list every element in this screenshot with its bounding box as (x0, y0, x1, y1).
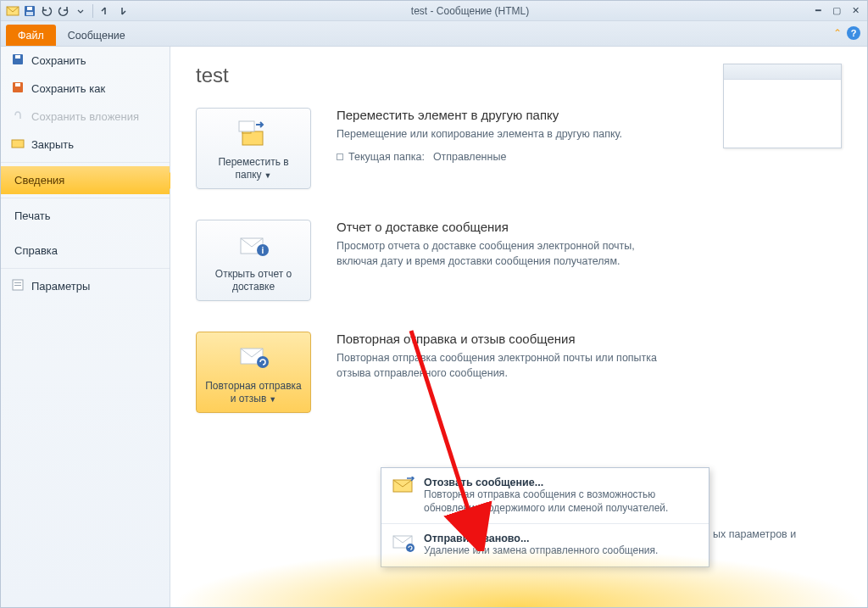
sidebar-help[interactable]: Справка (1, 237, 170, 265)
sidebar-label: Параметры (31, 280, 90, 293)
mail-icon (6, 4, 19, 18)
resend-recall-menu: Отозвать сообщение... Повторная отправка… (381, 467, 709, 567)
sidebar-label: Сведения (14, 174, 64, 187)
resend-recall-icon (202, 341, 305, 375)
resend-recall-button[interactable]: Повторная отправка и отзыв▼ (196, 332, 311, 413)
help-icon[interactable]: ? (847, 26, 860, 40)
open-delivery-report-button[interactable]: i Открыть отчет о доставке (196, 220, 311, 301)
section-desc: Перемещение или копирование элемента в д… (337, 127, 659, 142)
svg-text:i: i (262, 246, 264, 255)
sidebar-label: Сохранить как (31, 82, 105, 95)
button-label: Открыть отчет о доставке (202, 268, 305, 293)
move-folder-icon (202, 117, 305, 151)
svg-rect-14 (239, 121, 254, 131)
move-to-folder-button[interactable]: Переместить в папку▼ (196, 108, 311, 189)
next-icon[interactable] (115, 4, 129, 18)
ribbon-tabs: Файл Сообщение ⌃ ? (1, 21, 867, 47)
thumbnail-header (724, 64, 841, 80)
separator (1, 162, 170, 163)
collapse-ribbon-icon[interactable]: ⌃ (833, 27, 842, 39)
redo-icon[interactable] (57, 4, 70, 18)
attachment-icon (11, 109, 25, 122)
svg-point-19 (257, 356, 269, 368)
dropdown-caret-icon: ▼ (264, 171, 272, 180)
sidebar-label: Сохранить (31, 54, 86, 67)
current-folder-row: Текущая папка: Отправленные (337, 151, 659, 163)
sidebar-save[interactable]: Сохранить (1, 47, 170, 75)
menu-desc: Удаление или замена отправленного сообще… (424, 544, 658, 558)
menu-recall-message[interactable]: Отозвать сообщение... Повторная отправка… (381, 468, 709, 523)
svg-rect-8 (12, 140, 24, 148)
menu-desc: Повторная отправка сообщения с возможнос… (424, 488, 698, 515)
svg-rect-7 (15, 83, 20, 86)
section-desc: Просмотр отчета о доставке сообщения эле… (337, 239, 659, 269)
separator (92, 4, 93, 18)
maximize-button[interactable]: ▢ (830, 5, 843, 17)
sidebar-options[interactable]: Параметры (1, 272, 170, 300)
sidebar-info[interactable]: Сведения (1, 166, 170, 194)
recall-icon (392, 477, 415, 497)
separator (1, 198, 170, 198)
truncated-text: ых параметров и (713, 528, 796, 540)
button-label: Повторная отправка и отзыв (205, 380, 302, 404)
svg-rect-10 (14, 282, 21, 283)
tab-file[interactable]: Файл (6, 25, 56, 46)
menu-title: Отправить заново... (424, 533, 658, 544)
resend-icon (392, 533, 415, 553)
separator (1, 268, 170, 269)
sidebar-save-as[interactable]: Сохранить как (1, 75, 170, 103)
current-folder-label: Текущая папка: (348, 151, 425, 163)
section-title: Отчет о доставке сообщения (337, 220, 659, 234)
menu-resend-message[interactable]: Отправить заново... Удаление или замена … (381, 523, 709, 566)
body: Сохранить Сохранить как Сохранить вложен… (1, 47, 867, 607)
save-as-icon (11, 81, 25, 94)
undo-icon[interactable] (40, 4, 53, 18)
sidebar-save-attachments: Сохранить вложения (1, 103, 170, 131)
section-delivery: i Открыть отчет о доставке Отчет о доста… (196, 220, 842, 301)
message-preview-thumbnail[interactable] (723, 64, 842, 148)
close-button[interactable]: ✕ (849, 5, 862, 17)
qat-dropdown-icon[interactable] (74, 4, 87, 18)
svg-rect-11 (14, 285, 21, 286)
button-label: Переместить в папку (218, 156, 288, 181)
sidebar-label: Сохранить вложения (31, 110, 139, 123)
delivery-report-icon: i (202, 229, 305, 263)
backstage-sidebar: Сохранить Сохранить как Сохранить вложен… (1, 47, 170, 607)
sidebar-label: Печать (14, 209, 51, 222)
current-folder-value: Отправленные (433, 151, 506, 163)
window-title: test - Сообщение (HTML) (129, 5, 811, 17)
app-window: test - Сообщение (HTML) ━ ▢ ✕ Файл Сообщ… (0, 0, 868, 608)
section-title: Повторная отправка и отзыв сообщения (337, 332, 659, 346)
menu-title: Отозвать сообщение... (424, 477, 698, 488)
dropdown-caret-icon: ▼ (269, 395, 276, 404)
save-icon (11, 53, 25, 66)
tab-message[interactable]: Сообщение (56, 25, 137, 46)
sidebar-close[interactable]: Закрыть (1, 131, 170, 159)
titlebar: test - Сообщение (HTML) ━ ▢ ✕ (1, 1, 867, 21)
svg-rect-2 (27, 7, 32, 10)
options-icon (11, 278, 25, 292)
window-controls: ━ ▢ ✕ (811, 5, 862, 17)
backstage-main: test Переместить в папку▼ Переместить эл… (170, 47, 867, 607)
section-title: Переместить элемент в другую папку (337, 108, 659, 122)
save-icon[interactable] (23, 4, 36, 18)
section-resend: Повторная отправка и отзыв▼ Повторная от… (196, 332, 842, 413)
svg-rect-5 (15, 55, 20, 59)
folder-close-icon (11, 137, 25, 150)
svg-point-22 (406, 544, 415, 552)
minimize-button[interactable]: ━ (811, 5, 825, 17)
bullet-icon (337, 153, 343, 160)
sidebar-label: Закрыть (31, 138, 74, 151)
previous-icon[interactable] (98, 4, 112, 18)
quick-access-toolbar (6, 4, 129, 18)
svg-rect-3 (26, 12, 33, 15)
sidebar-label: Справка (14, 244, 58, 257)
sidebar-print[interactable]: Печать (1, 202, 170, 230)
section-desc: Повторная отправка сообщения электронной… (337, 351, 659, 381)
